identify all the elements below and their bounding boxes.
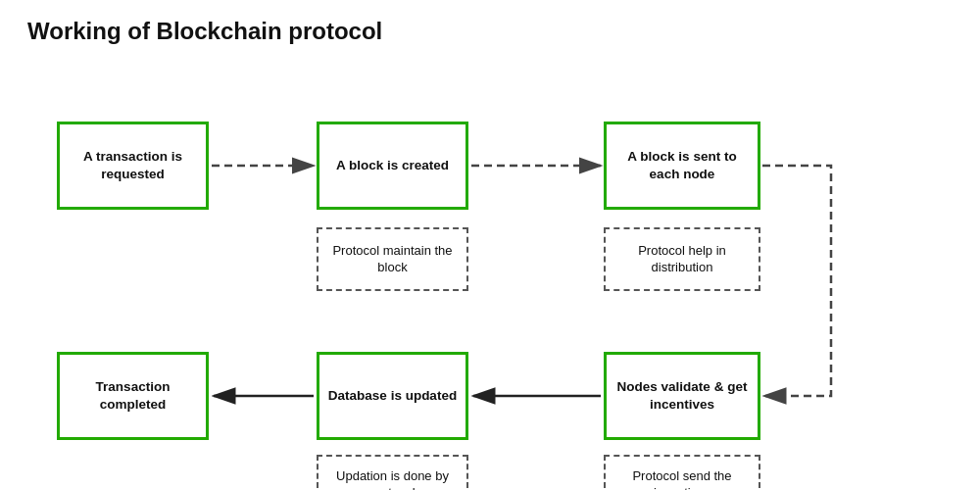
box-transaction-requested: A transaction is requested [57,122,209,210]
box-transaction-completed: Transaction completed [57,352,209,440]
box-block-created: A block is created [317,122,468,210]
box-block-sent: A block is sent to each node [604,122,760,210]
page-title: Working of Blockchain protocol [27,18,953,45]
box-protocol-help: Protocol help in distribution [604,227,760,291]
box-protocol-send: Protocol send the incentives [604,455,760,490]
page: Working of Blockchain protocol A transac… [0,0,980,490]
arrow-3-to-6 [762,166,831,396]
box-protocol-maintain: Protocol maintain the block [317,227,468,291]
box-nodes-validate: Nodes validate & get incentives [604,352,760,440]
diagram: A transaction is requested A block is cr… [27,63,949,455]
box-database-updated: Database is updated [317,352,468,440]
box-updation-done: Updation is done by protocol [317,455,468,490]
